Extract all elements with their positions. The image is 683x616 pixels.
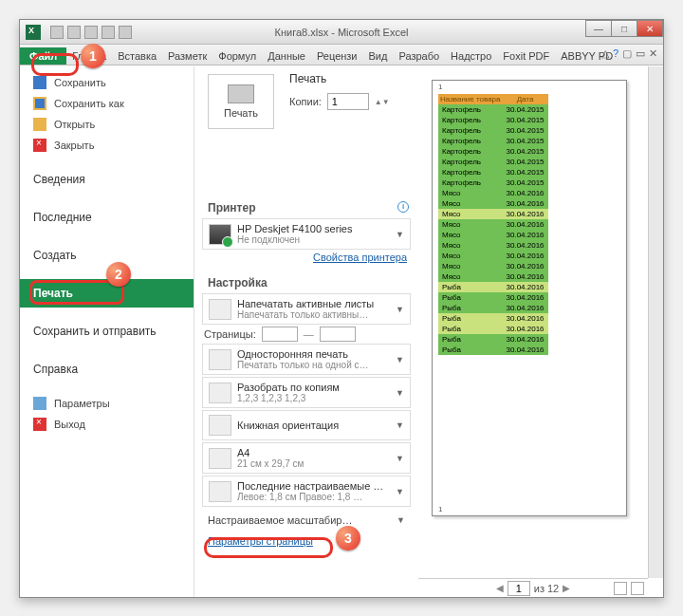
table-row: Мясо30.04.2016	[438, 271, 548, 282]
tab-developer[interactable]: Разрабо	[393, 47, 445, 65]
orientation-icon	[209, 415, 231, 436]
printer-properties-link[interactable]: Свойства принтера	[194, 252, 407, 263]
preview-pager: ◀ из 12 ▶	[418, 578, 648, 597]
nav-recent-label: Последние	[33, 211, 92, 224]
setting-collate[interactable]: Разобрать по копиям1,2,3 1,2,3 1,2,3 ▼	[202, 377, 411, 408]
preview-page: 1 1 Название товара Дата Картофель30.04.…	[432, 80, 627, 516]
col-date: Дата	[503, 94, 548, 104]
docmin-icon[interactable]: ▢	[622, 47, 632, 60]
pages-from-input[interactable]	[262, 327, 298, 342]
window-title: Книга8.xlsx - Microsoft Excel	[275, 27, 409, 38]
table-row: Рыба30.04.2016	[438, 282, 548, 292]
qat-redo-icon[interactable]	[84, 26, 98, 39]
docrestore-icon[interactable]: ▭	[636, 47, 645, 60]
table-row: Мясо30.04.2016	[438, 261, 548, 271]
preview-scrollbar[interactable]	[648, 66, 663, 578]
setting-margins[interactable]: Последние настраиваемые …Левое: 1,8 см П…	[202, 476, 411, 507]
table-row: Картофель30.04.2015	[438, 157, 548, 167]
nav-exit-label: Выход	[54, 419, 85, 430]
table-row: Картофель30.04.2015	[438, 177, 548, 188]
chevron-down-icon[interactable]: ▼	[396, 388, 404, 398]
tab-review[interactable]: Рецензи	[311, 47, 363, 65]
qat-undo-icon[interactable]	[67, 26, 81, 39]
nav-options[interactable]: Параметры	[20, 393, 194, 414]
print-button-label: Печать	[224, 107, 258, 119]
pages-dash: —	[304, 328, 314, 340]
pager-next-button[interactable]: ▶	[563, 583, 570, 593]
chevron-down-icon[interactable]: ▼	[396, 355, 404, 364]
nav-print[interactable]: Печать	[20, 279, 194, 308]
setting-duplex[interactable]: Односторонняя печатьПечатать только на о…	[202, 344, 411, 375]
tab-home[interactable]: Главна	[66, 47, 112, 65]
setting-what-to-print[interactable]: Напечатать активные листыНапечатать толь…	[202, 293, 411, 325]
chevron-down-icon[interactable]: ▼	[397, 515, 405, 525]
tab-layout[interactable]: Разметк	[162, 47, 212, 65]
help-icon[interactable]: ?	[613, 47, 618, 60]
printer-status: Не подключен	[237, 234, 390, 245]
nav-open[interactable]: Открыть	[20, 114, 194, 135]
qat-save-icon[interactable]	[50, 26, 64, 39]
sheets-icon	[209, 299, 231, 320]
tab-foxit[interactable]: Foxit PDF	[497, 47, 555, 65]
tab-data[interactable]: Данные	[262, 47, 311, 65]
pager-current-input[interactable]	[508, 581, 530, 596]
tab-view[interactable]: Вид	[363, 47, 394, 65]
nav-saveas-label: Сохранить как	[54, 98, 124, 109]
info-icon[interactable]: i	[397, 201, 409, 213]
nav-save[interactable]: Сохранить	[20, 72, 194, 93]
table-row: Картофель30.04.2015	[438, 146, 548, 157]
docclose-icon[interactable]: ✕	[649, 47, 657, 60]
print-button[interactable]: Печать	[208, 74, 274, 129]
nav-info[interactable]: Сведения	[20, 165, 194, 194]
paper-icon	[209, 448, 231, 469]
nav-saveas[interactable]: Сохранить как	[20, 93, 194, 114]
table-row: Мясо30.04.2016	[438, 209, 548, 219]
chevron-down-icon[interactable]: ▼	[396, 487, 404, 496]
setting-scaling[interactable]: Настраиваемое масштабир… ▼	[202, 511, 411, 530]
tab-insert[interactable]: Вставка	[112, 47, 162, 65]
nav-new[interactable]: Создать	[20, 241, 194, 270]
tab-formulas[interactable]: Формул	[212, 47, 262, 65]
print-preview: 1 1 Название товара Дата Картофель30.04.…	[418, 66, 663, 597]
nav-send[interactable]: Сохранить и отправить	[20, 317, 194, 345]
zoom-margins-icon[interactable]	[614, 582, 627, 595]
pager-prev-button[interactable]: ◀	[496, 583, 504, 593]
nav-close[interactable]: Закрыть	[20, 135, 194, 156]
copies-input[interactable]	[327, 93, 369, 110]
printer-selector[interactable]: HP Deskjet F4100 series Не подключен ▼	[202, 218, 411, 250]
qat-print-icon[interactable]	[102, 26, 115, 39]
options-icon	[33, 397, 46, 410]
spinner-icon[interactable]: ▲▼	[375, 98, 390, 106]
chevron-down-icon[interactable]: ▼	[396, 454, 404, 463]
nav-help[interactable]: Справка	[20, 355, 194, 383]
nav-close-label: Закрыть	[54, 140, 94, 151]
table-row: Мясо30.04.2016	[438, 230, 548, 240]
col-name: Название товара	[438, 94, 503, 104]
maximize-button[interactable]: □	[611, 20, 637, 37]
chevron-down-icon[interactable]: ▼	[396, 420, 404, 430]
ribbon-min-icon[interactable]: △	[601, 47, 609, 60]
page-setup-link[interactable]: Параметры страницы	[208, 535, 418, 547]
tab-addins[interactable]: Надстро	[445, 47, 497, 65]
chevron-down-icon[interactable]: ▼	[396, 230, 404, 239]
table-row: Мясо30.04.2016	[438, 240, 548, 251]
pages-to-input[interactable]	[320, 327, 356, 342]
table-row: Картофель30.04.2015	[438, 136, 548, 146]
setting-paper[interactable]: A421 см x 29,7 см ▼	[202, 442, 411, 474]
nav-exit[interactable]: Выход	[20, 414, 194, 435]
backstage-nav: Сохранить Сохранить как Открыть Закрыть …	[20, 66, 194, 597]
table-row: Рыба30.04.2016	[438, 292, 548, 303]
setting-orientation[interactable]: Книжная ориентация ▼	[202, 410, 411, 440]
chevron-down-icon[interactable]: ▼	[396, 305, 404, 314]
nav-info-label: Сведения	[33, 173, 85, 186]
qat-more-icon[interactable]	[119, 26, 132, 39]
backstage: Сохранить Сохранить как Открыть Закрыть …	[20, 66, 663, 597]
nav-save-label: Сохранить	[54, 77, 106, 88]
quick-access-toolbar[interactable]	[50, 26, 132, 39]
minimize-button[interactable]: —	[585, 20, 612, 37]
nav-recent[interactable]: Последние	[20, 203, 194, 232]
nav-send-label: Сохранить и отправить	[33, 325, 157, 338]
zoom-page-icon[interactable]	[631, 582, 644, 595]
close-window-button[interactable]: ✕	[637, 20, 663, 37]
tab-file[interactable]: Файл	[20, 47, 66, 65]
